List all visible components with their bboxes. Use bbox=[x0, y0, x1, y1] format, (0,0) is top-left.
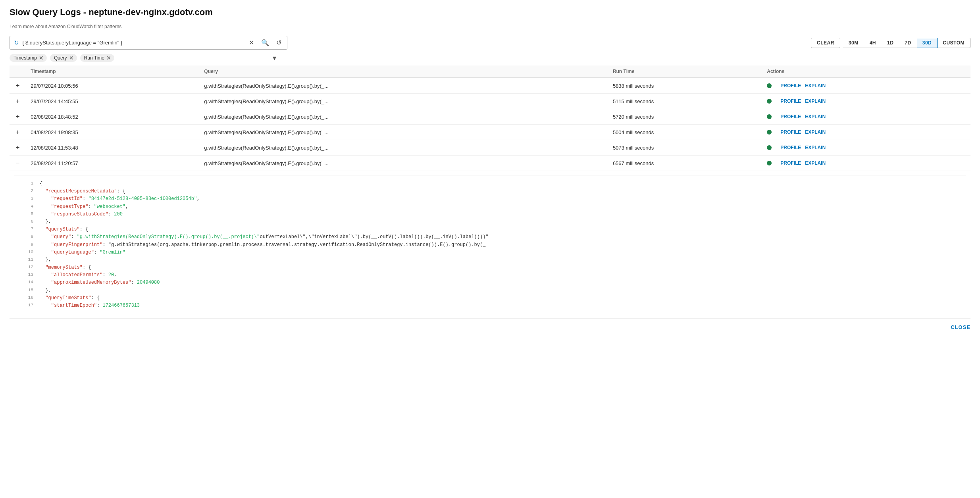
query-cell: g.withStrategies(ReadOnlyStrategy).E().g… bbox=[199, 156, 608, 171]
expand-cell: + bbox=[10, 140, 26, 156]
remove-tag-button[interactable]: ✕ bbox=[69, 55, 74, 61]
line-content: "queryLanguage": "Gremlin" bbox=[40, 249, 125, 256]
code-line: 2 "requestResponseMetadata": { bbox=[14, 188, 966, 195]
code-line: 13 "allocatedPermits": 20, bbox=[14, 271, 966, 279]
search-icon-button[interactable]: 🔍 bbox=[260, 38, 271, 47]
clear-filter-button[interactable]: ✕ bbox=[247, 38, 256, 47]
filter-input[interactable]: { $.queryStats.queryLanguage = "Gremlin"… bbox=[22, 40, 247, 46]
line-number: 8 bbox=[21, 233, 33, 240]
timestamp-cell: 04/08/2024 19:08:35 bbox=[26, 125, 199, 140]
filter-input-wrap: ↻ { $.queryStats.queryLanguage = "Gremli… bbox=[10, 36, 287, 50]
expand-button[interactable]: − bbox=[14, 160, 21, 167]
actions-cell: PROFILE EXPLAIN bbox=[762, 125, 970, 140]
col-header-actions: Actions bbox=[762, 65, 970, 78]
actions-cell: PROFILE EXPLAIN bbox=[762, 78, 970, 94]
time-range-buttons: CLEAR30M4H1D7D30DCUSTOM bbox=[811, 38, 970, 48]
explain-link[interactable]: EXPLAIN bbox=[805, 129, 826, 135]
runtime-cell: 5004 milliseconds bbox=[608, 125, 762, 140]
actions-cell: PROFILE EXPLAIN bbox=[762, 109, 970, 125]
line-content: "requestId": "84147e2d-5128-4005-83ec-10… bbox=[40, 195, 200, 203]
query-cell: g.withStrategies(ReadOnlyStrategy).E().g… bbox=[199, 94, 608, 109]
expand-cell: + bbox=[10, 78, 26, 94]
code-line: 3 "requestId": "84147e2d-5128-4005-83ec-… bbox=[14, 195, 966, 203]
code-line: 12 "memoryStats": { bbox=[14, 264, 966, 271]
filter-tag-query: Query✕ bbox=[50, 54, 77, 62]
expand-cell: + bbox=[10, 94, 26, 109]
close-button[interactable]: CLOSE bbox=[951, 324, 970, 330]
table-header: TimestampQueryRun TimeActions bbox=[10, 65, 970, 78]
runtime-cell: 5838 milliseconds bbox=[608, 78, 762, 94]
code-line: 17 "startTimeEpoch": 1724667657313 bbox=[14, 302, 966, 310]
line-number: 16 bbox=[21, 294, 33, 302]
profile-link[interactable]: PROFILE bbox=[780, 145, 801, 150]
line-number: 13 bbox=[21, 271, 33, 279]
time-btn-1d[interactable]: 1D bbox=[882, 38, 899, 48]
explain-link[interactable]: EXPLAIN bbox=[805, 114, 826, 119]
time-btn-custom[interactable]: CUSTOM bbox=[937, 38, 970, 48]
page-title: Slow Query Logs - neptune-dev-nginx.gdot… bbox=[0, 0, 980, 21]
line-number: 11 bbox=[21, 256, 33, 263]
expand-button[interactable]: + bbox=[14, 113, 21, 120]
profile-link[interactable]: PROFILE bbox=[780, 129, 801, 135]
remove-tag-button[interactable]: ✕ bbox=[106, 55, 111, 61]
time-btn-30d[interactable]: 30D bbox=[917, 38, 938, 48]
runtime-cell: 6567 milliseconds bbox=[608, 156, 762, 171]
code-line: 1{ bbox=[14, 180, 966, 188]
col-header-timestamp: Timestamp bbox=[26, 65, 199, 78]
query-cell: g.withStrategies(ReadOnlyStrategy).E().g… bbox=[199, 109, 608, 125]
expand-button[interactable]: + bbox=[14, 82, 21, 89]
line-content: "startTimeEpoch": 1724667657313 bbox=[40, 302, 140, 310]
refresh-button[interactable]: ↺ bbox=[275, 38, 283, 47]
runtime-cell: 5720 milliseconds bbox=[608, 109, 762, 125]
code-line: 6 }, bbox=[14, 218, 966, 226]
profile-link[interactable]: PROFILE bbox=[780, 98, 801, 104]
line-number: 14 bbox=[21, 279, 33, 286]
expand-button[interactable]: + bbox=[14, 98, 21, 105]
expanded-content: 1{2 "requestResponseMetadata": {3 "reque… bbox=[10, 171, 970, 319]
explain-link[interactable]: EXPLAIN bbox=[805, 160, 826, 166]
code-line: 15 }, bbox=[14, 287, 966, 294]
line-content: "allocatedPermits": 20, bbox=[40, 271, 117, 279]
expand-button[interactable]: + bbox=[14, 144, 21, 151]
profile-link[interactable]: PROFILE bbox=[780, 83, 801, 88]
query-table: TimestampQueryRun TimeActions +29/07/202… bbox=[10, 65, 970, 319]
profile-link[interactable]: PROFILE bbox=[780, 160, 801, 166]
line-number: 12 bbox=[21, 264, 33, 271]
line-number: 15 bbox=[21, 287, 33, 294]
refresh-icon: ↻ bbox=[14, 39, 19, 46]
remove-tag-button[interactable]: ✕ bbox=[39, 55, 44, 61]
time-btn-7d[interactable]: 7D bbox=[899, 38, 917, 48]
filter-bar: ↻ { $.queryStats.queryLanguage = "Gremli… bbox=[0, 33, 980, 52]
time-btn-30m[interactable]: 30M bbox=[843, 38, 864, 48]
col-header-run-time: Run Time bbox=[608, 65, 762, 78]
line-number: 7 bbox=[21, 226, 33, 233]
close-btn-wrap: CLOSE bbox=[0, 319, 980, 333]
filter-tag-timestamp: Timestamp✕ bbox=[10, 54, 47, 62]
table-wrap: TimestampQueryRun TimeActions +29/07/202… bbox=[0, 65, 980, 319]
code-line: 7 "queryStats": { bbox=[14, 226, 966, 233]
clear-time-button[interactable]: CLEAR bbox=[811, 38, 840, 48]
query-cell: g.withStrategies(ReadOnlyStrategy).E().g… bbox=[199, 78, 608, 94]
line-number: 6 bbox=[21, 218, 33, 225]
line-content: "requestResponseMetadata": { bbox=[40, 188, 125, 195]
line-content: }, bbox=[40, 256, 51, 264]
time-btn-4h[interactable]: 4H bbox=[864, 38, 882, 48]
profile-link[interactable]: PROFILE bbox=[780, 114, 801, 119]
expand-button[interactable]: + bbox=[14, 129, 21, 136]
line-content: { bbox=[40, 180, 42, 188]
table-row: +29/07/2024 14:45:55g.withStrategies(Rea… bbox=[10, 94, 970, 109]
runtime-cell: 5073 milliseconds bbox=[608, 140, 762, 156]
line-content: }, bbox=[40, 287, 51, 294]
column-dropdown-button[interactable]: ▾ bbox=[273, 54, 276, 62]
explain-link[interactable]: EXPLAIN bbox=[805, 145, 826, 150]
actions-cell: PROFILE EXPLAIN bbox=[762, 94, 970, 109]
code-line: 4 "requestType": "websocket", bbox=[14, 203, 966, 211]
explain-link[interactable]: EXPLAIN bbox=[805, 83, 826, 88]
timestamp-cell: 26/08/2024 11:20:57 bbox=[26, 156, 199, 171]
code-line: 9 "queryFingerprint": "g.withStrategies(… bbox=[14, 241, 966, 249]
line-number: 4 bbox=[21, 203, 33, 210]
line-content: "queryTimeStats": { bbox=[40, 294, 100, 302]
expanded-row: 1{2 "requestResponseMetadata": {3 "reque… bbox=[10, 171, 970, 319]
explain-link[interactable]: EXPLAIN bbox=[805, 98, 826, 104]
status-dot bbox=[767, 161, 772, 165]
